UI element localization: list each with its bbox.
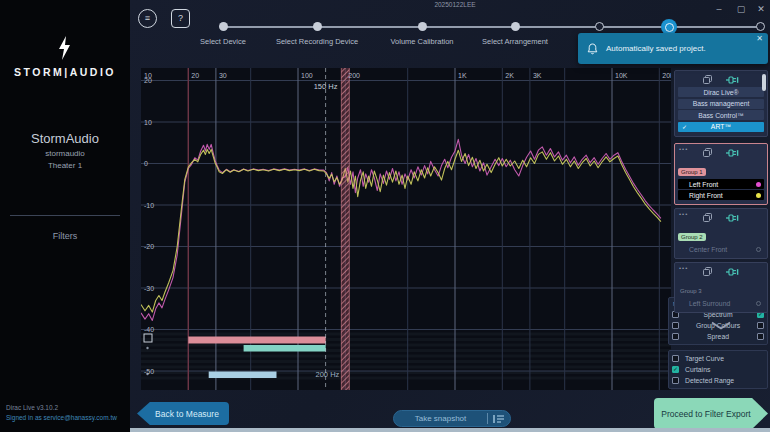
files-icon[interactable] xyxy=(703,75,712,84)
autosave-notification: Automatically saved project. ✕ xyxy=(578,33,768,64)
stepper-step[interactable] xyxy=(756,22,765,31)
back-to-measure-button[interactable]: Back to Measure xyxy=(137,402,229,425)
snapshot-list-icon[interactable] xyxy=(488,410,510,428)
plug-icon[interactable] xyxy=(726,268,739,276)
channel-color-dot xyxy=(756,301,761,306)
option-label: Detected Range xyxy=(685,377,734,384)
svg-text:-50: -50 xyxy=(144,368,154,375)
channel-color-dot xyxy=(756,193,761,198)
measured-checkbox[interactable] xyxy=(672,333,679,340)
chart-canvas: 1020301002001K2K3K10K20K20100-10-20-30-4… xyxy=(141,68,671,390)
proceed-to-filter-export-button[interactable]: Proceed to Filter Export xyxy=(654,398,768,429)
plug-icon[interactable] xyxy=(726,214,739,222)
svg-text:150 Hz: 150 Hz xyxy=(314,82,338,91)
svg-text:30: 30 xyxy=(219,72,227,79)
svg-text:10K: 10K xyxy=(615,72,628,79)
svg-text:3K: 3K xyxy=(533,72,542,79)
option-row: Target Curve xyxy=(672,353,764,364)
group-card-header xyxy=(677,212,765,223)
app-version: Dirac Live v3.10.2 xyxy=(6,404,58,411)
lightning-bolt-icon xyxy=(56,36,73,60)
processing-item-art[interactable]: ✓ART™ xyxy=(678,122,764,132)
signed-in-status: Signed in as service@hanassy.com.tw xyxy=(6,414,117,421)
view-options-panel: Target Curve✓CurtainsDetected Range xyxy=(668,350,768,389)
stepper-step[interactable] xyxy=(418,22,427,31)
channel-row[interactable]: Left Surround xyxy=(678,298,764,308)
group-card: •••Group 3Left Surround xyxy=(674,262,768,313)
processing-card-header xyxy=(677,74,765,85)
files-icon[interactable] xyxy=(703,213,712,222)
processing-item-label: ART™ xyxy=(711,123,731,130)
svg-text:20K: 20K xyxy=(662,72,671,79)
notification-close-icon[interactable]: ✕ xyxy=(756,34,763,43)
sidebar-divider xyxy=(10,215,120,216)
stepper-step[interactable] xyxy=(313,22,322,31)
svg-text:100: 100 xyxy=(301,72,313,79)
view-checkbox[interactable] xyxy=(672,355,679,362)
channel-row[interactable]: Left Front xyxy=(678,179,764,189)
scrollbar-thumb[interactable] xyxy=(762,74,766,91)
group-card-header xyxy=(677,147,765,158)
svg-text:10: 10 xyxy=(144,119,152,126)
option-label: Target Curve xyxy=(685,355,724,362)
plug-icon[interactable] xyxy=(726,76,739,84)
files-icon[interactable] xyxy=(703,267,712,276)
svg-text:0: 0 xyxy=(144,160,148,167)
group-card: •••Group 2Center Front xyxy=(674,208,768,259)
channel-color-dot xyxy=(756,247,761,252)
channel-name: Left Front xyxy=(689,181,718,188)
processing-item-basscontrol[interactable]: Bass Control™ xyxy=(678,110,764,120)
group-badge: Group 2 xyxy=(678,233,706,241)
frequency-response-chart[interactable]: 1020301002001K2K3K10K20K20100-10-20-30-4… xyxy=(141,68,671,390)
stepper-step[interactable] xyxy=(219,22,228,31)
option-row: Detected Range xyxy=(672,375,764,386)
processing-card: Dirac Live®Bass managementBass Control™✓… xyxy=(674,70,768,137)
notification-text: Automatically saved project. xyxy=(606,44,706,53)
chevron-down-icon[interactable] xyxy=(674,316,768,334)
take-snapshot-button[interactable]: Take snapshot xyxy=(393,410,511,427)
svg-text:20: 20 xyxy=(144,77,152,84)
stepper-step[interactable] xyxy=(595,22,604,31)
svg-text:-40: -40 xyxy=(144,326,154,333)
stepper-step-label: Select Arrangement xyxy=(450,37,580,46)
channel-name: Center Front xyxy=(689,246,727,253)
svg-text:2K: 2K xyxy=(505,72,514,79)
svg-text:1K: 1K xyxy=(458,72,467,79)
channel-name: Left Surround xyxy=(689,300,730,307)
theater-name: Theater 1 xyxy=(0,161,130,170)
device-name: stormaudio xyxy=(0,149,130,158)
plug-icon[interactable] xyxy=(726,149,739,157)
channel-row[interactable]: Right Front xyxy=(678,190,764,200)
files-icon[interactable] xyxy=(703,148,712,157)
group-card: •••Group 1Left FrontRight Front xyxy=(674,143,768,205)
stepper-step[interactable] xyxy=(511,22,520,31)
processing-item-label: Dirac Live® xyxy=(703,89,738,96)
option-label: Curtains xyxy=(685,366,710,373)
svg-text:200 Hz: 200 Hz xyxy=(316,370,340,379)
more-options-icon[interactable]: ••• xyxy=(679,211,688,217)
more-options-icon[interactable]: ••• xyxy=(679,146,688,152)
group-card-header xyxy=(677,266,765,277)
take-snapshot-label: Take snapshot xyxy=(394,414,487,423)
brand-logo: STORM|AUDIO xyxy=(0,66,130,78)
option-label: Spread xyxy=(679,333,757,340)
view-checkbox[interactable] xyxy=(672,377,679,384)
corrected-checkbox[interactable] xyxy=(757,333,764,340)
bell-icon xyxy=(587,43,598,55)
channel-row[interactable]: Center Front xyxy=(678,244,764,254)
svg-text:-30: -30 xyxy=(144,285,154,292)
more-options-icon[interactable]: ••• xyxy=(679,265,688,271)
processing-item-diraclive[interactable]: Dirac Live® xyxy=(678,87,764,97)
processing-item-bassmanagement[interactable]: Bass management xyxy=(678,99,764,109)
sidebar-item-filters[interactable]: Filters xyxy=(0,231,130,241)
check-icon: ✓ xyxy=(682,123,687,130)
option-row: ✓Curtains xyxy=(672,364,764,375)
group-badge: Group 3 xyxy=(678,287,705,295)
view-checkbox[interactable]: ✓ xyxy=(672,366,679,373)
channel-panel: Dirac Live®Bass managementBass Control™✓… xyxy=(674,70,768,334)
group-badge: Group 1 xyxy=(678,168,706,176)
processing-item-label: Bass Control™ xyxy=(698,112,744,119)
svg-text:200: 200 xyxy=(348,72,360,79)
processing-item-label: Bass management xyxy=(693,100,750,107)
channel-color-dot xyxy=(756,182,761,187)
